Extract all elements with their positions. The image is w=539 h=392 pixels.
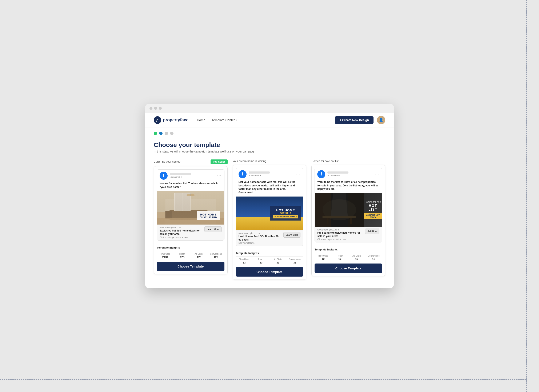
insights-grid-1: Time Used 2131 Reach 123 Ad Clicks 123 [157,251,224,259]
fb-cta-btn-2[interactable]: Learn More [283,232,300,238]
fb-ad-header-2: f Sponsored ✦ ··· [236,168,303,180]
fb-ad-meta-3: Sponsored ✦ [327,171,373,177]
fb-ad-meta-1: Sponsored ✦ [170,173,215,178]
avatar[interactable]: 👤 [377,116,385,124]
fb-ad-text-3: Want to be the first to know of all new … [315,180,382,193]
page-title: Choose your template [154,141,385,149]
svg-rect-26 [327,218,328,224]
insight-conversions-2: Conversions 33 [286,258,303,264]
fb-ad-header-3: f Sponsored ✦ ··· [315,168,382,180]
choose-template-btn-1[interactable]: Choose Template [157,262,224,271]
template-card-inner-3: f Sponsored ✦ ··· Want to be the first t… [311,165,385,276]
fb-logo-3: f [317,170,325,178]
insight-time-used-2: Time Used 33 [236,258,253,264]
template-card-body-3: f Sponsored ✦ ··· Want to be the first t… [312,165,385,246]
nav-home[interactable]: Home [197,118,205,122]
fb-sponsored-1: Sponsored ✦ [170,176,215,178]
logo-text-bold: face [180,117,188,122]
nav-actions: + Create New Design 👤 [335,116,385,124]
insight-reach-1: Reach 123 [174,253,191,259]
template-insights-3: Template Insights Time Used 12 Reach 12 [312,245,385,261]
template-card-3: Homes for sale hot list f Sponsored ✦ ·· [311,160,385,280]
fb-ad-footer-left-2: www.propertyface.com I sell Homes fast! … [239,232,282,244]
svg-rect-8 [182,193,190,211]
top-seller-badge: Top Seller [211,160,228,164]
fb-ad-footer-left-1: www.propertyface.com Exclusive hot list!… [160,227,203,238]
browser-dot-maximize [159,107,162,110]
insight-time-used-1: Time Used 2131 [157,253,174,259]
svg-rect-6 [174,193,191,211]
img-dining: HOT HOME JUST LISTED [157,191,224,225]
fb-ad-footer-1: www.propertyface.com Exclusive hot list!… [157,225,224,240]
fb-ad-footer-2: www.propertyface.com I sell Homes fast! … [236,230,303,246]
progress-dot-3 [165,132,168,135]
insight-ad-clicks-1: Ad Clicks 123 [191,253,207,259]
insight-conversions-1: Conversions 122 [207,253,224,259]
dashed-decoration-right [526,0,539,392]
logo[interactable]: p propertyface [154,116,188,124]
insight-conversions-3: Conversions 12 [365,255,382,261]
svg-marker-28 [331,193,348,216]
insight-time-used-3: Time Used 12 [315,255,331,261]
template-card-1: Can't find your home? Top Seller f Spons… [154,160,228,280]
main-content: Choose your template In this step, we wi… [145,137,394,288]
svg-point-9 [186,194,195,196]
navbar: p propertyface Home Template Center ▾ + … [145,113,394,127]
template-card-inner-2: f Sponsored ✦ ··· List your home for sal… [233,165,307,280]
svg-rect-16 [257,211,261,214]
templates-grid: Can't find your home? Top Seller f Spons… [154,160,385,280]
fb-ad-1: f Sponsored ✦ ··· Homes for sale hot lis… [157,169,224,241]
fb-ad-3: f Sponsored ✦ ··· Want to be the first t… [315,168,382,243]
template-section-title-3: Homes for sale hot list [311,160,385,163]
browser-dot-minimize [154,107,157,110]
page-subtitle: In this step, we will choose the campaig… [154,150,385,153]
progress-dot-2 [159,132,163,135]
insight-reach-2: Reach 33 [253,258,270,264]
logo-icon: p [154,116,161,124]
svg-rect-7 [175,193,182,211]
fb-ad-image-1: HOT HOME JUST LISTED [157,191,224,225]
fb-ad-image-2: HOT HOME FOR SALE CLICK FOR MORE DETAILS [236,197,303,230]
insights-grid-2: Time Used 33 Reach 33 Ad Clicks 33 [236,256,303,264]
svg-rect-4 [165,211,172,219]
fb-ad-text-1: Homes for sale hot list! The best deals … [157,182,224,191]
fb-cta-btn-3[interactable]: Sell Now [365,228,379,234]
hot-list-overlay: Homes for sale HOT LIST JOIN THE LIST TO… [364,201,382,219]
fb-cta-btn-1[interactable]: Learn More [204,227,221,232]
fb-logo-1: f [160,172,168,180]
fb-name-bar-1 [170,173,191,175]
insight-ad-clicks-3: Ad Clicks 12 [348,255,365,261]
dashed-decoration-bottom [0,379,526,392]
browser-window: p propertyface Home Template Center ▾ + … [145,104,394,288]
svg-rect-25 [322,216,356,218]
fb-ad-footer-left-3: www.propertyface.com Pre listing exclusi… [317,228,363,241]
fb-ad-footer-3: www.propertyface.com Pre listing exclusi… [315,227,382,242]
fb-dots-3: ··· [375,172,379,176]
template-card-body-1: f Sponsored ✦ ··· Homes for sale hot lis… [154,166,227,243]
fb-ad-header-1: f Sponsored ✦ ··· [157,169,224,182]
template-card-inner-1: f Sponsored ✦ ··· Homes for sale hot lis… [154,166,228,274]
nav-template-center[interactable]: Template Center ▾ [212,118,237,122]
logo-text: propertyface [163,117,188,122]
logo-text-plain: property [163,117,180,122]
nav-links: Home Template Center ▾ [197,118,335,122]
browser-dot-close [149,107,152,110]
template-section-title-2: Your dream home is waiting [233,160,307,163]
fb-logo-2: f [239,170,246,178]
img-dark: Homes for sale HOT LIST JOIN THE LIST TO… [315,193,382,227]
fb-ad-2: f Sponsored ✦ ··· List your home for sal… [236,168,303,246]
template-card-body-2: f Sponsored ✦ ··· List your home for sal… [233,165,306,249]
progress-dots [145,127,394,137]
fb-ad-meta-2: Sponsored ✦ [249,171,294,177]
fb-dots-2: ··· [296,172,300,176]
create-new-design-button[interactable]: + Create New Design [335,116,374,124]
browser-titlebar [145,104,394,113]
img-modern: HOT HOME FOR SALE CLICK FOR MORE DETAILS [236,197,303,230]
fb-name-bar-2 [249,171,270,174]
choose-template-btn-3[interactable]: Choose Template [315,263,382,273]
choose-template-btn-2[interactable]: Choose Template [236,267,303,276]
insight-reach-3: Reach 12 [331,255,348,261]
svg-rect-17 [263,210,267,213]
insight-ad-clicks-2: Ad Clicks 33 [270,258,286,264]
svg-point-19 [238,210,246,219]
